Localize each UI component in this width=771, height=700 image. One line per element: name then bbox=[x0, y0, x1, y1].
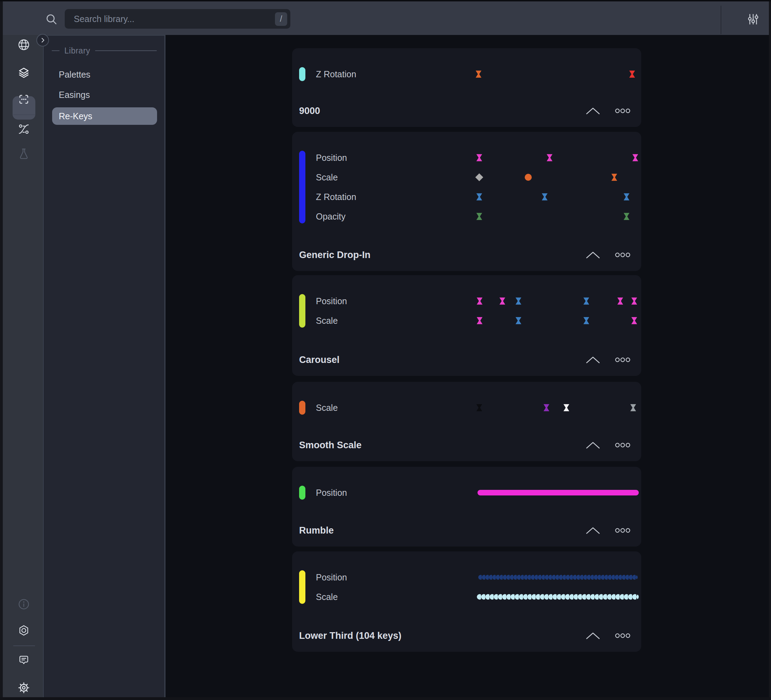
library-panel bbox=[43, 35, 166, 697]
hex-nut-icon[interactable] bbox=[17, 624, 31, 637]
keyframe-line bbox=[478, 490, 639, 495]
card-title: Lower Third (104 keys) bbox=[299, 630, 402, 641]
keyframe-marker bbox=[612, 174, 617, 181]
keyframe-marker bbox=[633, 154, 638, 162]
window-edge-bottom bbox=[0, 697, 771, 700]
more-options-icon bbox=[615, 109, 631, 114]
keyframe-line bbox=[478, 575, 638, 580]
track-label: Scale bbox=[316, 403, 338, 413]
keyframe-marker bbox=[499, 297, 506, 305]
track-label: Position bbox=[316, 296, 347, 306]
track-label: Opacity bbox=[316, 211, 346, 222]
preset-card[interactable]: PositionScaleCarousel bbox=[292, 275, 641, 376]
info-icon[interactable] bbox=[17, 597, 31, 611]
collapse-card-button[interactable] bbox=[583, 105, 603, 117]
settings-gear-icon[interactable] bbox=[17, 681, 31, 695]
chat-bubble-icon[interactable] bbox=[17, 653, 31, 667]
preset-card[interactable]: ScaleSmooth Scale bbox=[292, 382, 641, 461]
rail-divider bbox=[13, 645, 35, 646]
preset-card[interactable]: Z Rotation9000 bbox=[292, 48, 641, 127]
track-label: Z Rotation bbox=[316, 192, 356, 202]
more-options-icon bbox=[615, 528, 631, 533]
more-options-icon bbox=[615, 357, 631, 362]
card-title: Smooth Scale bbox=[299, 440, 362, 451]
chevron-up-icon bbox=[585, 526, 601, 534]
keyframe-marker bbox=[630, 404, 636, 411]
track-color-bar bbox=[299, 151, 306, 223]
chevron-right-icon bbox=[39, 37, 46, 44]
preset-card[interactable]: PositionRumble bbox=[292, 467, 641, 546]
keyframe-marker bbox=[617, 297, 623, 305]
keyframe-marker bbox=[564, 404, 569, 411]
keyframe-marker bbox=[477, 213, 482, 220]
more-options-icon bbox=[615, 633, 631, 638]
keyframe-marker bbox=[624, 193, 629, 201]
header-rule-left bbox=[52, 50, 59, 51]
card-title: 9000 bbox=[299, 106, 320, 117]
search-shortcut-badge: / bbox=[275, 12, 287, 26]
panel-collapse-button[interactable] bbox=[36, 34, 49, 47]
card-title: Carousel bbox=[299, 354, 340, 365]
sidebar-item-re-keys[interactable]: Re-Keys bbox=[52, 107, 157, 125]
collapse-card-button[interactable] bbox=[583, 525, 603, 536]
track-label: Position bbox=[316, 153, 347, 163]
track-label: Z Rotation bbox=[316, 69, 356, 80]
keyframe-marker bbox=[631, 317, 638, 325]
library-panel-header: Library bbox=[52, 46, 157, 55]
track-label: Scale bbox=[316, 592, 338, 602]
layers-icon[interactable] bbox=[17, 66, 31, 80]
keyframe-marker bbox=[476, 71, 482, 78]
keyframe-marker bbox=[475, 174, 483, 182]
track-label: Position bbox=[316, 488, 347, 498]
keyframe-marker bbox=[624, 213, 629, 220]
sidebar-item-easings[interactable]: Easings bbox=[52, 86, 157, 104]
globe-icon[interactable] bbox=[17, 38, 31, 52]
card-menu-button[interactable] bbox=[613, 250, 633, 260]
keyframe-marker bbox=[547, 154, 553, 162]
keyframe-marker bbox=[525, 174, 532, 181]
track-label: Position bbox=[316, 572, 347, 583]
card-menu-button[interactable] bbox=[613, 106, 633, 116]
card-menu-button[interactable] bbox=[613, 440, 633, 450]
keyframe-marker bbox=[477, 154, 482, 162]
card-menu-button[interactable] bbox=[613, 631, 633, 641]
keyframe-marker bbox=[477, 317, 483, 325]
card-menu-button[interactable] bbox=[613, 355, 633, 365]
collapse-card-button[interactable] bbox=[583, 249, 603, 261]
topbar-divider bbox=[721, 6, 721, 34]
library-panel-title: Library bbox=[64, 46, 90, 55]
flask-icon[interactable] bbox=[17, 146, 31, 161]
sidebar-item-palettes[interactable]: Palettes bbox=[52, 66, 157, 83]
collapse-card-button[interactable] bbox=[583, 630, 603, 642]
easing-curve-icon[interactable] bbox=[17, 122, 31, 136]
window-edge-right bbox=[769, 0, 771, 700]
more-options-icon bbox=[615, 443, 631, 448]
keyframe-marker bbox=[631, 297, 638, 305]
keyframe-marker bbox=[629, 71, 635, 78]
card-menu-button[interactable] bbox=[613, 526, 633, 535]
chevron-up-icon bbox=[585, 356, 601, 364]
keyframe-marker bbox=[584, 317, 589, 325]
icon-rail bbox=[3, 35, 43, 697]
track-color-bar bbox=[299, 486, 306, 500]
keyframe-marker bbox=[542, 193, 548, 201]
track-color-bar bbox=[299, 67, 306, 81]
keyframe-marker bbox=[516, 317, 522, 325]
top-bar: / bbox=[3, 2, 769, 35]
rail-divider bbox=[13, 114, 35, 115]
chevron-up-icon bbox=[585, 632, 601, 640]
track-color-bar bbox=[299, 401, 306, 415]
scan-frame-icon[interactable] bbox=[17, 92, 31, 106]
preset-card[interactable]: PositionScaleLower Third (104 keys) bbox=[292, 551, 641, 652]
keyframe-marker bbox=[477, 193, 482, 201]
header-rule-right bbox=[95, 50, 157, 51]
keyframe-marker bbox=[477, 404, 482, 411]
collapse-card-button[interactable] bbox=[583, 354, 603, 366]
collapse-card-button[interactable] bbox=[583, 439, 603, 451]
search-input[interactable] bbox=[65, 9, 290, 29]
preset-card[interactable]: PositionScaleZ RotationOpacityGeneric Dr… bbox=[292, 132, 641, 271]
sliders-icon[interactable] bbox=[747, 13, 760, 26]
card-title: Rumble bbox=[299, 525, 334, 536]
keyframe-line bbox=[477, 594, 639, 600]
chevron-up-icon bbox=[585, 441, 601, 449]
